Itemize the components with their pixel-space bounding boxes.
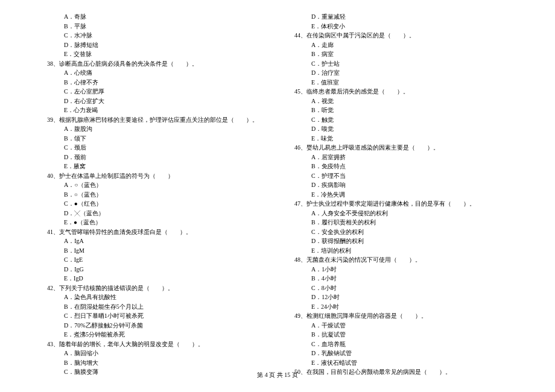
option-item: E．培训的权利	[290, 246, 513, 256]
option-item: C．护士站	[290, 59, 513, 69]
option-item: D．IgG	[42, 265, 265, 274]
option-item: A．心绞痛	[42, 68, 265, 78]
page-content: A．奇脉B．平脉C．水冲脉D．脉搏短绌E．交替脉38、诊断高血压心脏病必须具备的…	[0, 0, 555, 368]
question-line: 39、根据乳腺癌淋巴转移的主要途径，护理评估应重点关注的部位是（ ）。	[42, 115, 265, 125]
option-item: A．腹股沟	[42, 124, 265, 134]
question-line: 48、无菌盘在未污染的情况下可使用（ ）。	[290, 255, 513, 265]
option-item: E．味觉	[290, 134, 513, 144]
question-line: 50、在我国，目前引起心房颤动最常见的病因是（ ）。	[290, 367, 513, 377]
option-item: D．乳酸钠试管	[290, 349, 513, 358]
option-item: D．治疗室	[290, 68, 513, 78]
option-item: D．重量减轻	[290, 12, 513, 22]
option-item: A．脑回缩小	[42, 349, 265, 358]
question-line: 42、下列关于结核菌的描述错误的是（ ）。	[42, 283, 265, 293]
option-item: C．颈后	[42, 143, 265, 153]
option-item: D．70%乙醇接触2分钟可杀菌	[42, 321, 265, 330]
option-item: B．免疫特点	[290, 162, 513, 171]
option-item: A．视觉	[290, 96, 513, 106]
option-item: B．在阴湿处能生存5个月以上	[42, 302, 265, 312]
option-item: C．护理不当	[290, 171, 513, 181]
option-item: D．疾病影响	[290, 180, 513, 190]
option-item: E．24小时	[290, 302, 513, 312]
option-item: A．○（蓝色）	[42, 180, 265, 190]
question-line: 44、在传染病区中属于污染区的是（ ）。	[290, 31, 513, 40]
option-item: E．煮沸5分钟能被杀死	[42, 330, 265, 340]
option-item: B．颌下	[42, 134, 265, 144]
option-item: C．IgE	[42, 255, 265, 265]
option-item: A．奇脉	[42, 12, 265, 22]
left-column: A．奇脉B．平脉C．水冲脉D．脉搏短绌E．交替脉38、诊断高血压心脏病必须具备的…	[42, 12, 278, 362]
question-line: 40、护士在体温单上绘制肛温的符号为（ ）	[42, 171, 265, 181]
question-line: 49、检测红细胞沉降率应使用的容器是（ ）。	[290, 311, 513, 321]
option-item: A．走廊	[290, 40, 513, 50]
option-item: D．╳（蓝色）	[42, 209, 265, 218]
option-item: B．○（蓝色）	[42, 190, 265, 200]
option-item: D．脉搏短绌	[42, 40, 265, 50]
option-item: D．12小时	[290, 292, 513, 302]
option-item: B．平脉	[42, 22, 265, 31]
option-item: C．脑膜变薄	[42, 367, 265, 377]
option-item: A．居室拥挤	[290, 153, 513, 162]
option-item: A．染色具有抗酸性	[42, 292, 265, 302]
option-item: E．值班室	[290, 78, 513, 87]
option-item: E．冷热失调	[290, 190, 513, 200]
option-item: B．脑沟增大	[42, 358, 265, 368]
option-item: E．心力衰竭	[42, 106, 265, 115]
question-line: 46、婴幼儿易患上呼吸道感染的因素主要是（ ）。	[290, 143, 513, 153]
right-column: D．重量减轻E．体积变小44、在传染病区中属于污染区的是（ ）。A．走廊B．病室…	[278, 12, 513, 362]
option-item: E．IgD	[42, 274, 265, 283]
option-item: A．人身安全不受侵犯的权利	[290, 209, 513, 218]
option-item: E．液状石蜡试管	[290, 358, 513, 368]
option-item: E．交替脉	[42, 49, 265, 59]
option-item: B．4小时	[290, 274, 513, 283]
option-item: A．1小时	[290, 265, 513, 274]
option-item: C．左心室肥厚	[42, 87, 265, 96]
option-item: C．血培养瓶	[290, 340, 513, 349]
option-item: C．●（红色）	[42, 199, 265, 209]
question-line: 45、临终患者最后消失的感觉是（ ）。	[290, 87, 513, 96]
option-item: E．体积变小	[290, 22, 513, 31]
option-item: B．心律不齐	[42, 78, 265, 87]
question-line: 43、随着年龄的增长，老年人大脑的明显改变是（ ）。	[42, 340, 265, 349]
option-item: C．水冲脉	[42, 31, 265, 40]
option-item: B．IgM	[42, 246, 265, 256]
option-item: B．抗凝试管	[290, 330, 513, 340]
option-item: D．颈前	[42, 153, 265, 162]
option-item: A．干燥试管	[290, 321, 513, 330]
page-number: 第 4 页 共 15 页	[257, 371, 298, 378]
option-item: B．听觉	[290, 106, 513, 115]
option-item: D．右心室扩大	[42, 96, 265, 106]
option-item: B．履行职责相关的权利	[290, 218, 513, 227]
option-item: C．烈日下暴晒1小时可被杀死	[42, 311, 265, 321]
option-item: D．嗅觉	[290, 124, 513, 134]
question-line: 38、诊断高血压心脏病必须具备的先决条件是（ ）。	[42, 59, 265, 69]
option-item: E．腋窝	[42, 162, 265, 171]
option-item: C．触觉	[290, 115, 513, 125]
question-line: 41、支气管哮喘特异性的血清免疫球蛋白是（ ）。	[42, 227, 265, 237]
option-item: A．IgA	[42, 236, 265, 246]
option-item: C．8小时­­	[290, 283, 513, 293]
option-item: E．●（蓝色）	[42, 218, 265, 227]
question-line: 47、护士执业过程中要求定期进行健康体检，目的是享有（ ）。	[290, 199, 513, 209]
option-item: C．安全执业的权利	[290, 227, 513, 237]
option-item: B．病室	[290, 49, 513, 59]
option-item: D．获得报酬的权利	[290, 236, 513, 246]
